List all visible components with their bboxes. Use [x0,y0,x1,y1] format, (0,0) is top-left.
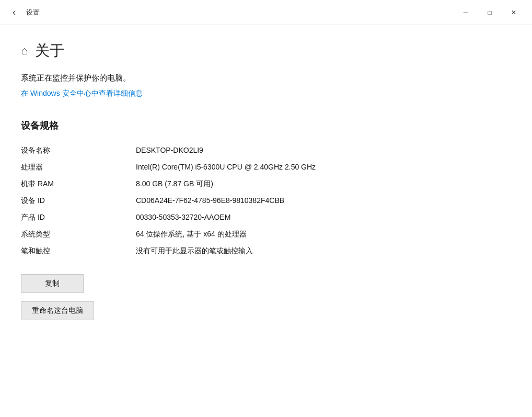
spec-row-2: 机带 RAM8.00 GB (7.87 GB 可用) [21,176,511,193]
section-title: 设备规格 [21,119,511,132]
restore-button[interactable]: □ [478,4,502,21]
page-title: 关于 [35,41,64,61]
security-link[interactable]: 在 Windows 安全中心中查看详细信息 [21,89,143,98]
back-button[interactable]: ‹ [6,5,22,20]
spec-label-0: 设备名称 [21,142,84,159]
spec-row-1: 处理器Intel(R) Core(TM) i5-6300U CPU @ 2.40… [21,159,511,176]
titlebar-title: 设置 [26,8,40,17]
minimize-button[interactable]: ─ [454,4,478,21]
status-text: 系统正在监控并保护你的电脑。 [21,73,511,83]
spec-value-5: 64 位操作系统, 基于 x64 的处理器 [84,226,511,243]
spec-label-4: 产品 ID [21,209,84,226]
spec-row-3: 设备 IDCD06A24E-7F62-4785-96E8-9810382F4CB… [21,193,511,209]
titlebar: ‹ 设置 ─ □ ✕ [0,0,532,25]
home-icon: ⌂ [21,44,28,58]
close-button[interactable]: ✕ [502,4,526,21]
specs-table: 设备名称DESKTOP-DKO2LI9处理器Intel(R) Core(TM) … [21,142,511,260]
spec-value-3: CD06A24E-7F62-4785-96E8-9810382F4CBB [84,193,511,209]
spec-value-6: 没有可用于此显示器的笔或触控输入 [84,243,511,260]
spec-value-2: 8.00 GB (7.87 GB 可用) [84,176,511,193]
spec-row-6: 笔和触控没有可用于此显示器的笔或触控输入 [21,243,511,260]
spec-value-4: 00330-50353-32720-AAOEM [84,209,511,226]
spec-row-0: 设备名称DESKTOP-DKO2LI9 [21,142,511,159]
spec-value-1: Intel(R) Core(TM) i5-6300U CPU @ 2.40GHz… [84,159,511,176]
content-area: ⌂ 关于 系统正在监控并保护你的电脑。 在 Windows 安全中心中查看详细信… [0,25,532,417]
spec-row-5: 系统类型64 位操作系统, 基于 x64 的处理器 [21,226,511,243]
spec-label-3: 设备 ID [21,193,84,209]
spec-label-6: 笔和触控 [21,243,84,260]
spec-label-1: 处理器 [21,159,84,176]
spec-label-2: 机带 RAM [21,176,84,193]
window: ‹ 设置 ─ □ ✕ ⌂ 关于 系统正在监控并保护你的电脑。 在 Windows… [0,0,532,417]
copy-button[interactable]: 复制 [21,274,84,293]
titlebar-controls: ─ □ ✕ [454,4,526,21]
rename-button[interactable]: 重命名这台电脑 [21,301,94,320]
spec-label-5: 系统类型 [21,226,84,243]
page-title-row: ⌂ 关于 [21,41,511,61]
spec-value-0: DESKTOP-DKO2LI9 [84,142,511,159]
spec-row-4: 产品 ID00330-50353-32720-AAOEM [21,209,511,226]
